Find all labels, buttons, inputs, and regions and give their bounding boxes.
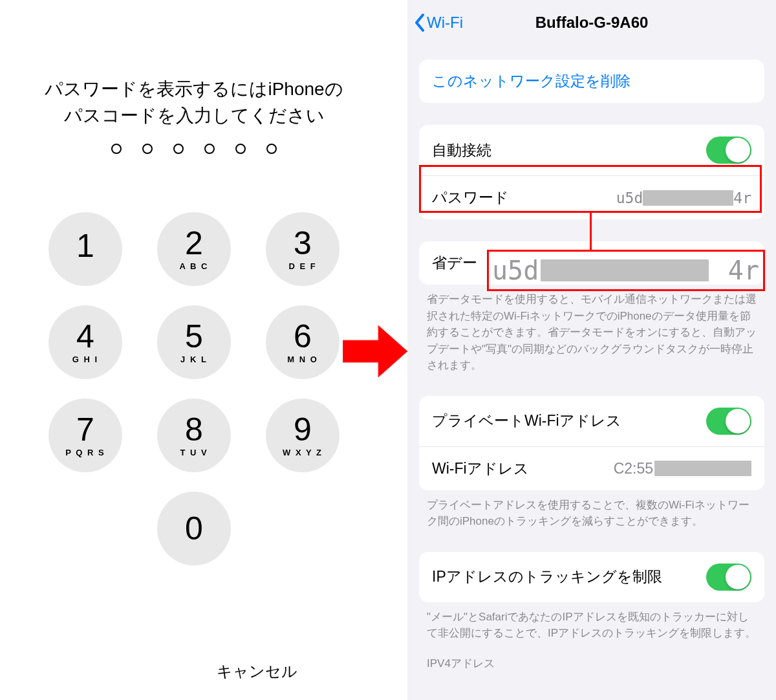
passcode-prompt: パスワードを表示するにはiPhoneの パスコードを入力してください [0, 76, 388, 129]
private-wifi-footer: プライベートアドレスを使用することで、複数のWi-Fiネットワーク間のiPhon… [407, 490, 776, 530]
keypad-key-8[interactable]: 8T U V [157, 399, 231, 472]
passcode-dot [235, 144, 246, 154]
private-wifi-row: プライベートWi-Fiアドレス [419, 396, 764, 446]
passcode-dot [173, 144, 184, 154]
password-value: u5d4r [616, 190, 751, 206]
wifi-address-row: Wi-Fiアドレス C2:55 [419, 446, 764, 490]
keypad-key-4[interactable]: 4G H I [48, 305, 122, 379]
annotation-connector [590, 213, 592, 250]
low-data-label: 省デー [432, 253, 477, 273]
wifi-address-value: C2:55 [614, 460, 751, 477]
ipv4-section-title: IPV4アドレス [407, 642, 776, 675]
mask-icon [541, 259, 709, 281]
password-label: パスワード [432, 188, 509, 208]
private-wifi-toggle[interactable] [706, 408, 751, 435]
enlarged-password-callout: u5d 4r [488, 252, 763, 289]
passcode-screen: パスワードを表示するにはiPhoneの パスコードを入力してください 1 2A … [0, 0, 388, 700]
numeric-keypad: 1 2A B C 3D E F 4G H I 5J K L 6M N O 7P … [48, 212, 339, 585]
passcode-dot [266, 144, 277, 154]
cancel-button[interactable]: キャンセル [217, 661, 297, 682]
keypad-key-3[interactable]: 3D E F [266, 212, 339, 286]
keypad-key-2[interactable]: 2A B C [157, 212, 231, 286]
mask-icon [643, 190, 733, 206]
limit-ip-toggle[interactable] [706, 563, 751, 591]
prompt-line2: パスコードを入力してください [64, 105, 325, 126]
limit-ip-row: IPアドレスのトラッキングを制限 [419, 552, 764, 602]
auto-join-row: 自動接続 [419, 125, 764, 175]
wifi-address-label: Wi-Fiアドレス [432, 459, 529, 479]
group-limit-ip: IPアドレスのトラッキングを制限 [419, 552, 764, 602]
low-data-footer: 省データモードを使用すると、モバイル通信ネットワークまたは選択された特定のWi-… [407, 285, 776, 374]
passcode-dot [111, 144, 122, 154]
keypad-key-9[interactable]: 9W X Y Z [266, 399, 339, 472]
arrow-right-icon [343, 322, 407, 383]
auto-join-label: 自動接続 [432, 140, 491, 160]
keypad-key-5[interactable]: 5J K L [157, 305, 231, 379]
page-title: Buffalo-G-9A60 [407, 14, 776, 32]
passcode-dots [0, 144, 388, 154]
keypad-key-6[interactable]: 6M N O [266, 305, 339, 379]
passcode-dot [142, 144, 153, 154]
forget-network-button[interactable]: このネットワーク設定を削除 [419, 60, 764, 103]
mask-icon [654, 461, 751, 476]
navbar: Wi-Fi Buffalo-G-9A60 [407, 0, 776, 45]
keypad-key-0[interactable]: 0 [157, 492, 231, 565]
keypad-key-7[interactable]: 7P Q R S [48, 399, 122, 472]
passcode-dot [204, 144, 215, 154]
group-connection: 自動接続 パスワード u5d4r [419, 125, 764, 219]
limit-ip-label: IPアドレスのトラッキングを制限 [432, 567, 662, 587]
group-forget: このネットワーク設定を削除 [419, 60, 764, 103]
private-wifi-label: プライベートWi-Fiアドレス [432, 411, 621, 431]
group-private: プライベートWi-Fiアドレス Wi-Fiアドレス C2:55 [419, 396, 764, 490]
limit-ip-footer: "メール"とSafariであなたのIPアドレスを既知のトラッカーに対して非公開に… [407, 602, 776, 642]
prompt-line1: パスワードを表示するにはiPhoneの [45, 79, 343, 99]
wifi-details-screen: Wi-Fi Buffalo-G-9A60 このネットワーク設定を削除 自動接続 … [407, 0, 776, 700]
keypad-key-1[interactable]: 1 [48, 212, 122, 286]
auto-join-toggle[interactable] [706, 137, 751, 164]
password-row[interactable]: パスワード u5d4r [419, 175, 764, 219]
